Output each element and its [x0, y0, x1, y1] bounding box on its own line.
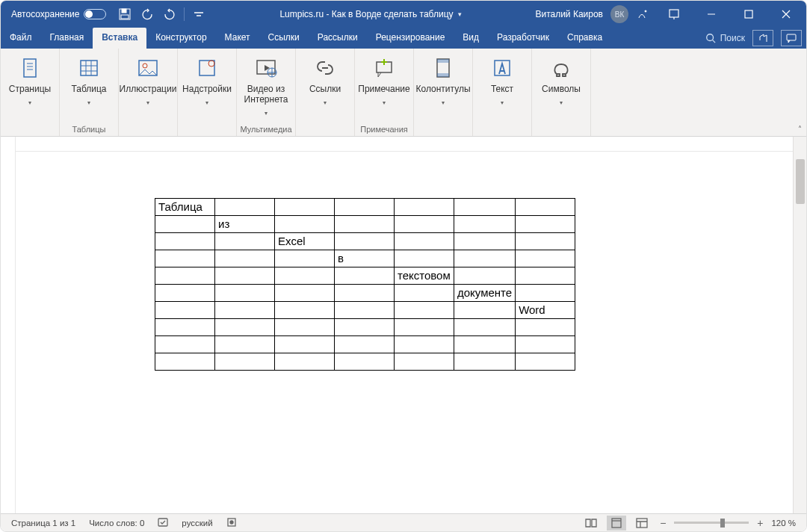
table-cell[interactable] [395, 250, 454, 267]
horizontal-ruler[interactable] [16, 137, 793, 152]
ribbon-примечание-button[interactable]: Примечание▾ [355, 53, 413, 106]
table-cell[interactable] [215, 233, 275, 250]
table-cell[interactable] [395, 319, 454, 336]
table-cell[interactable] [335, 353, 395, 371]
quick-access-customize-icon[interactable] [188, 1, 210, 28]
table-cell[interactable] [215, 285, 275, 302]
table-cell[interactable] [215, 199, 275, 216]
table-row[interactable]: текстовом [155, 267, 575, 285]
table-cell[interactable] [335, 216, 395, 233]
table-row[interactable]: документе [155, 285, 575, 302]
table-cell[interactable] [215, 319, 275, 336]
table-cell[interactable] [275, 199, 335, 216]
view-web-layout-button[interactable] [632, 516, 652, 531]
table-cell[interactable] [275, 302, 335, 319]
avatar[interactable]: ВК [610, 5, 628, 23]
ribbon-надстройки-button[interactable]: Надстройки▾ [178, 53, 236, 106]
save-icon[interactable] [114, 1, 136, 28]
autosave-toggle[interactable]: Автосохранение [1, 9, 114, 19]
table-row[interactable]: в [155, 250, 575, 267]
table-cell[interactable] [155, 233, 215, 250]
ribbon-колонтитулы-button[interactable]: Колонтитулы▾ [414, 53, 472, 106]
table-cell[interactable]: документе [454, 285, 516, 302]
table-row[interactable] [155, 353, 575, 371]
page[interactable]: ТаблицаизExcelвтекстовомдокументеWord [26, 156, 758, 500]
table-cell[interactable] [275, 353, 335, 371]
table-cell[interactable] [454, 353, 516, 371]
table-cell[interactable] [454, 319, 516, 336]
table-cell[interactable] [275, 250, 335, 267]
table-cell[interactable] [395, 233, 454, 250]
view-read-mode-button[interactable] [581, 516, 601, 531]
table-cell[interactable] [155, 353, 215, 371]
tab-файл[interactable]: Файл [1, 28, 41, 49]
table-cell[interactable]: в [335, 250, 395, 267]
search-box[interactable]: Поиск [705, 33, 745, 43]
table-cell[interactable] [275, 336, 335, 353]
tab-справка[interactable]: Справка [558, 28, 611, 49]
title-dropdown-icon[interactable]: ▾ [458, 10, 462, 18]
table-cell[interactable] [215, 267, 275, 285]
table-cell[interactable] [335, 233, 395, 250]
table-cell[interactable]: текстовом [395, 267, 454, 285]
spellcheck-icon[interactable] [158, 517, 168, 529]
status-page[interactable]: Страница 1 из 1 [11, 519, 75, 528]
table-row[interactable]: из [155, 216, 575, 233]
table-cell[interactable] [335, 319, 395, 336]
ribbon-иллюстрации-button[interactable]: Иллюстрации▾ [119, 53, 177, 106]
table-cell[interactable] [155, 302, 215, 319]
table-row[interactable] [155, 336, 575, 353]
table-cell[interactable] [395, 336, 454, 353]
table-cell[interactable] [395, 216, 454, 233]
ribbon-таблица-button[interactable]: Таблица▾ [60, 53, 118, 106]
table-cell[interactable] [155, 285, 215, 302]
table-cell[interactable] [275, 216, 335, 233]
zoom-in-button[interactable]: + [755, 518, 765, 528]
collapse-ribbon-icon[interactable]: ˄ [798, 125, 802, 133]
table-cell[interactable] [395, 199, 454, 216]
table-cell[interactable] [155, 267, 215, 285]
table-cell[interactable] [454, 302, 516, 319]
tab-вставка[interactable]: Вставка [93, 28, 146, 49]
table-cell[interactable] [454, 233, 516, 250]
table-cell[interactable]: Excel [275, 233, 335, 250]
table-cell[interactable] [516, 250, 575, 267]
undo-icon[interactable] [136, 1, 158, 28]
table-cell[interactable] [454, 267, 516, 285]
document-area[interactable]: ТаблицаизExcelвтекстовомдокументеWord [16, 137, 793, 513]
table-cell[interactable] [155, 216, 215, 233]
minimize-button[interactable] [694, 1, 729, 28]
table-cell[interactable] [275, 319, 335, 336]
comments-button[interactable] [781, 30, 802, 46]
table-cell[interactable] [516, 353, 575, 371]
table-row[interactable]: Excel [155, 233, 575, 250]
table-cell[interactable] [516, 199, 575, 216]
vertical-ruler[interactable] [1, 137, 16, 513]
zoom-value[interactable]: 120 % [771, 519, 796, 528]
zoom-slider[interactable] [674, 522, 749, 524]
ribbon-display-options-icon[interactable] [657, 1, 691, 28]
table-cell[interactable] [275, 285, 335, 302]
tab-главная[interactable]: Главная [41, 28, 93, 49]
tab-ссылки[interactable]: Ссылки [259, 28, 309, 49]
tab-конструктор[interactable]: Конструктор [146, 28, 215, 49]
ribbon-страницы-button[interactable]: Страницы▾ [1, 53, 59, 106]
maximize-button[interactable] [732, 1, 766, 28]
table-cell[interactable]: Word [516, 302, 575, 319]
table-cell[interactable] [335, 302, 395, 319]
table-cell[interactable] [215, 250, 275, 267]
table-row[interactable]: Таблица [155, 199, 575, 216]
draw-icon[interactable] [631, 1, 654, 28]
table-cell[interactable] [516, 285, 575, 302]
table-row[interactable] [155, 319, 575, 336]
table-cell[interactable] [395, 285, 454, 302]
table-cell[interactable] [516, 267, 575, 285]
macro-record-icon[interactable] [226, 517, 237, 529]
tab-разработчик[interactable]: Разработчик [488, 28, 558, 49]
tab-рецензирование[interactable]: Рецензирование [367, 28, 454, 49]
table-cell[interactable] [516, 319, 575, 336]
table-cell[interactable] [395, 302, 454, 319]
vertical-scrollbar[interactable] [793, 137, 806, 513]
tab-макет[interactable]: Макет [216, 28, 259, 49]
share-button[interactable] [752, 30, 773, 46]
